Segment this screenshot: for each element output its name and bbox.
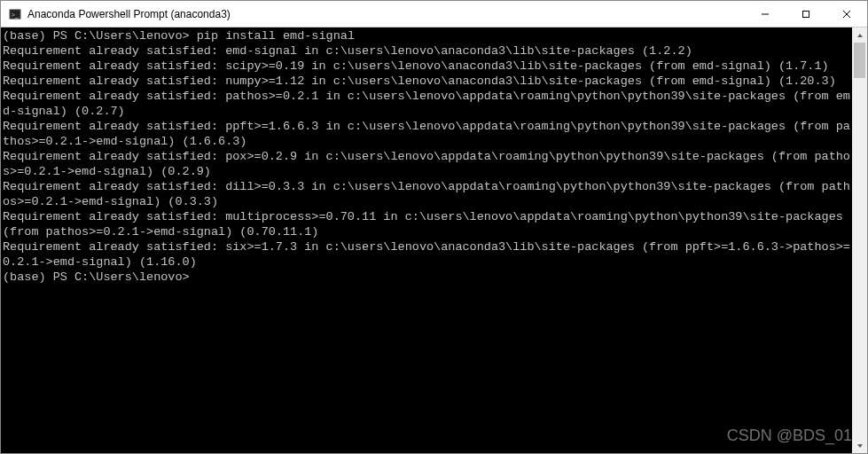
svg-rect-3 <box>803 12 809 18</box>
output-line: Requirement already satisfied: ppft>=1.6… <box>3 120 850 148</box>
output-line: Requirement already satisfied: pathos>=0… <box>3 90 850 118</box>
output-line: Requirement already satisfied: pox>=0.2.… <box>3 150 850 178</box>
terminal-icon: >_ <box>8 7 22 21</box>
output-line: Requirement already satisfied: emd-signa… <box>3 44 692 58</box>
app-window: >_ Anaconda Powershell Prompt (anaconda3… <box>0 0 868 454</box>
prompt-prefix: (base) PS C:\Users\lenovo> <box>3 270 190 284</box>
close-button[interactable] <box>826 1 867 27</box>
window-title: Anaconda Powershell Prompt (anaconda3) <box>27 8 745 20</box>
maximize-button[interactable] <box>786 1 826 27</box>
output-line: Requirement already satisfied: dill>=0.3… <box>3 180 850 208</box>
titlebar[interactable]: >_ Anaconda Powershell Prompt (anaconda3… <box>1 1 867 27</box>
output-line: Requirement already satisfied: scipy>=0.… <box>3 59 829 73</box>
minimize-button[interactable] <box>745 1 786 27</box>
svg-text:>_: >_ <box>12 11 19 18</box>
output-line: Requirement already satisfied: multiproc… <box>3 210 850 239</box>
svg-marker-7 <box>857 444 863 448</box>
scroll-up-button[interactable] <box>852 27 867 43</box>
vertical-scrollbar[interactable] <box>852 27 867 453</box>
command-text: pip install emd-signal <box>197 29 355 43</box>
svg-marker-6 <box>857 34 863 37</box>
output-line: Requirement already satisfied: six>=1.7.… <box>3 240 850 269</box>
prompt-prefix: (base) PS C:\Users\lenovo> <box>3 29 197 43</box>
window-controls <box>745 1 867 27</box>
terminal-area: (base) PS C:\Users\lenovo> pip install e… <box>1 27 867 453</box>
scrollbar-thumb[interactable] <box>854 43 865 78</box>
scroll-down-button[interactable] <box>852 438 867 453</box>
scrollbar-track[interactable] <box>852 43 867 438</box>
output-line: Requirement already satisfied: numpy>=1.… <box>3 74 836 88</box>
terminal-output[interactable]: (base) PS C:\Users\lenovo> pip install e… <box>1 27 852 453</box>
